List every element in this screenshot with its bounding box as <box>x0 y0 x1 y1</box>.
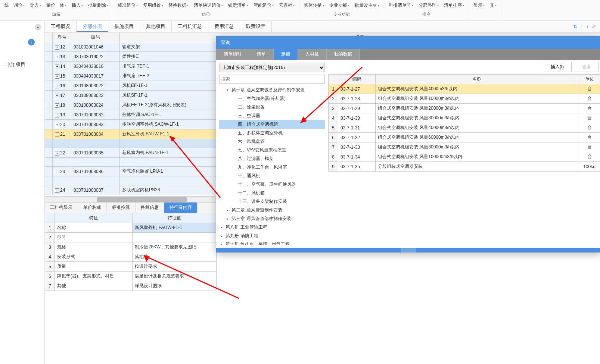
tab-0[interactable]: 工程概况 <box>45 21 77 32</box>
result-row[interactable]: 9 03-7-1-35 分段组装式空调器安装 100kg <box>329 162 600 172</box>
toolbar-item[interactable]: 清单快速组价▾ <box>192 1 225 10</box>
tab-4[interactable]: 工料机汇总 <box>172 21 208 32</box>
dialog-resize-handle[interactable] <box>401 248 416 252</box>
tab-6[interactable]: 取费设置 <box>240 21 272 32</box>
feat-value[interactable]: 满足设计及相关规范要求 <box>133 272 217 281</box>
result-table-wrapper[interactable]: 编码名称单位 1 03-7-1-27 组合式空调机组安装 风量4000m3/h以… <box>328 74 600 248</box>
toolbar-item[interactable]: 导入▾ <box>28 1 43 10</box>
feat-row[interactable]: 4 安装形式 落地式 <box>45 252 217 262</box>
tree-node[interactable]: 十三、设备支架制作安装 <box>219 197 325 206</box>
result-row[interactable]: 8 03-7-1-34 组合式空调机组安装 风量100000m3/h以内 台 <box>329 152 600 162</box>
tree-node[interactable]: 八、过滤器、框架 <box>219 154 325 163</box>
expand-icon[interactable]: + <box>55 65 59 69</box>
feat-value[interactable] <box>133 233 217 242</box>
result-header[interactable]: 单位 <box>578 75 600 84</box>
insert-button[interactable]: 插入(I) <box>543 62 572 72</box>
tree-node[interactable]: 十一、空气幕、卫生间通风器 <box>219 180 325 189</box>
feat-value[interactable]: 新风室外机 FAUW-F1-1 <box>133 223 217 233</box>
result-row[interactable]: 6 03-7-1-32 组合式空调机组安装 风量60000m3/h以内 台 <box>329 133 600 142</box>
toolbar-item[interactable]: 重排清单号▾ <box>386 1 416 10</box>
expand-icon[interactable]: - <box>55 170 59 174</box>
expand-icon[interactable]: - <box>55 132 59 137</box>
tree-node[interactable]: ▸ 第三章 通风管道部件制作安装 <box>219 214 325 223</box>
feat-value[interactable]: 详见设计图纸 <box>133 281 217 291</box>
scroll-thumb[interactable] <box>97 197 187 202</box>
bottom-tab[interactable]: 工料机显示 <box>45 203 78 213</box>
tree-node[interactable]: 四、组合式空调机组 <box>219 120 325 129</box>
toolbar-item[interactable]: 统一调价▾ <box>2 1 27 10</box>
tab-5[interactable]: 费用汇总 <box>208 21 240 32</box>
result-row[interactable]: 7 03-7-1-33 组合式空调机组安装 风量80000m3/h以内 台 <box>329 142 600 152</box>
tree-node[interactable]: ▾ 第一章 通风空调设备及部件制作安装 <box>219 86 325 94</box>
expand-icon[interactable]: + <box>55 103 59 108</box>
toolbar-item[interactable]: 批量改主材▾ <box>352 1 382 10</box>
toolbar-item[interactable]: 批量删除▾ <box>86 1 111 10</box>
result-row[interactable]: 2 03-7-1-28 组合式空调机组安装 风量10000m3/h以内 台 <box>329 94 600 104</box>
feat-row[interactable]: 1 名称 新风室外机 FAUW-F1-1 <box>45 223 217 233</box>
tree-node[interactable]: 十二、风机箱 <box>219 189 325 197</box>
result-header[interactable]: 编码 <box>338 75 376 84</box>
toolbar-item[interactable]: 量价一体▾ <box>44 1 69 10</box>
expand-icon[interactable]: + <box>55 84 59 88</box>
toolbar-item[interactable]: 锁定清单▾ <box>226 1 251 10</box>
tab-action-icon[interactable]: ⇅ <box>573 23 578 29</box>
bottom-tab[interactable]: 单价构成 <box>78 203 107 213</box>
tree-node[interactable]: ▸ 第八册 工业管道工程 <box>219 223 325 232</box>
tree-toggle-icon[interactable]: ▸ <box>221 242 224 245</box>
tree-toggle-icon[interactable]: ▸ <box>221 225 224 229</box>
feat-value[interactable]: 落地式 <box>133 252 217 262</box>
tree-node[interactable]: 六、风机盘管 <box>219 137 325 146</box>
sidebar-collapse-icon[interactable]: « <box>35 24 41 31</box>
toolbar-item[interactable]: 智能组价▾ <box>251 1 276 10</box>
tree-node[interactable]: ▸ 第十册 给排水、采暖、燃气工程 <box>219 240 325 245</box>
dialog-header[interactable]: 查询 <box>216 36 600 49</box>
tree-node[interactable]: 五、多联体空调室外机 <box>219 129 325 137</box>
result-row[interactable]: 4 03-7-1-30 组合式空调机组安装 风量30000m3/h以内 台 <box>329 113 600 123</box>
toolbar-item[interactable]: 复用组价▾ <box>141 1 165 10</box>
bottom-tab[interactable]: 标准换算 <box>107 203 136 213</box>
expand-icon[interactable]: + <box>55 74 59 79</box>
main-header[interactable]: 编码 <box>71 32 120 42</box>
feat-row[interactable]: 7 其他 详见设计图纸 <box>45 281 217 291</box>
tree-toggle-icon[interactable]: ▾ <box>227 88 230 92</box>
expand-icon[interactable]: + <box>55 113 59 117</box>
toolbar-item[interactable]: 其▾ <box>488 1 499 10</box>
tree-toggle-icon[interactable]: ▸ <box>227 217 230 221</box>
toolbar-item[interactable]: 实体转措▾ <box>302 1 326 10</box>
tab-2[interactable]: 措施项目 <box>108 21 140 32</box>
main-header[interactable]: 序号 <box>53 32 71 42</box>
feat-row[interactable]: 5 质量 按设计要求 <box>45 262 217 272</box>
tree-toggle-icon[interactable]: ▸ <box>227 208 230 212</box>
expand-icon[interactable]: + <box>55 45 59 50</box>
toolbar-item[interactable]: 替换数据▾ <box>166 1 191 10</box>
tree-node[interactable]: 九、净化工作台、风淋室 <box>219 163 325 172</box>
tab-1[interactable]: 分部分项 <box>77 21 108 32</box>
expand-icon[interactable]: + <box>55 123 59 127</box>
tab-action-icon[interactable]: ↑ <box>581 23 583 29</box>
dialog-search-input[interactable] <box>219 75 325 84</box>
tree-node[interactable]: 十、通风机 <box>219 172 325 180</box>
toolbar-item[interactable]: 专业功能▾ <box>327 1 352 10</box>
dialog-tab[interactable]: 人材机 <box>298 49 327 60</box>
toolbar-item[interactable]: 云存档▾ <box>277 1 297 10</box>
result-row[interactable]: 1 03-7-1-27 组合式空调机组安装 风量4000m3/h以内 台 <box>329 84 600 94</box>
feat-row[interactable]: 2 型号 <box>45 233 217 242</box>
expand-icon[interactable]: - <box>55 151 59 156</box>
bottom-tab[interactable]: 特征及内容 <box>164 203 198 213</box>
dialog-tab[interactable]: 定额 <box>274 49 298 60</box>
toolbar-item[interactable]: 分部整理▾ <box>416 1 441 10</box>
dialog-tree[interactable]: ▾ 第一章 通风空调设备及部件制作安装一、空气加热器(冷却器)二、除尘设备三、空… <box>219 86 325 245</box>
bottom-tab[interactable]: 换算信息 <box>136 203 164 213</box>
feat-row[interactable]: 6 隔振垫(器)、支架形式、材质 满足设计及相关规范要求 <box>45 272 217 281</box>
toolbar-item[interactable]: 清单排序▾ <box>442 1 466 10</box>
replace-button[interactable]: 替换 <box>574 62 599 72</box>
feat-value[interactable]: 按设计要求 <box>133 262 217 272</box>
expand-icon[interactable]: + <box>55 94 59 98</box>
sidebar-download-icon[interactable]: ↓ <box>28 39 35 46</box>
tree-toggle-icon[interactable]: ▸ <box>221 234 224 238</box>
tab-action-icon[interactable]: ⤢ <box>592 23 596 29</box>
result-header[interactable]: 名称 <box>376 75 578 84</box>
main-header[interactable] <box>45 32 53 42</box>
feat-value[interactable]: 制冷量28KW，其他要求见图纸 <box>133 242 217 252</box>
dialog-resize-bar[interactable] <box>216 248 600 252</box>
